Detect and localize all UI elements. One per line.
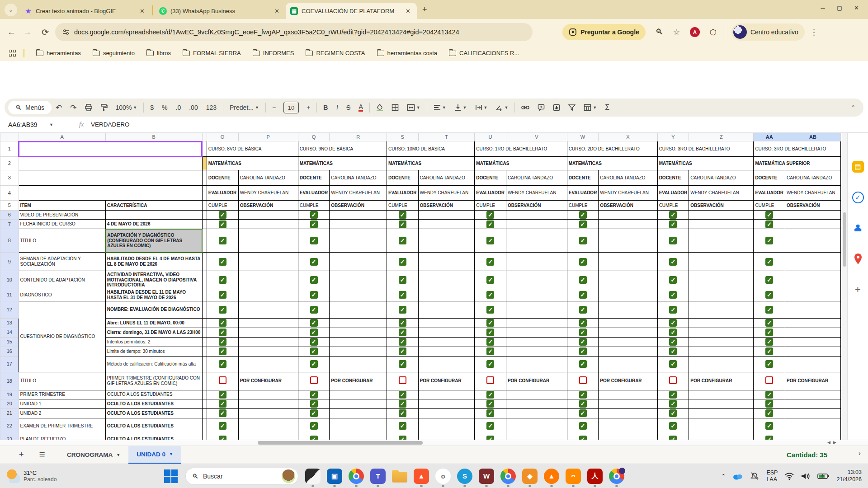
row-number[interactable]: 2 (0, 157, 19, 170)
cell-cumple-checkbox[interactable]: ✓ (657, 211, 689, 220)
cell-cumple-checkbox[interactable]: ✓ (657, 399, 689, 408)
horizontal-align-button[interactable]: ▼ (429, 104, 450, 111)
cell-cumple-checkbox[interactable]: ✓ (298, 229, 330, 253)
browser-tab-bloggif[interactable]: ★ Crear texto animado - BlogGIF ✕ (20, 3, 151, 19)
cell-observacion[interactable] (506, 399, 567, 408)
checkbox-checked-icon[interactable]: ✓ (669, 328, 677, 336)
cell-cumple-checkbox[interactable]: ✓ (567, 289, 599, 301)
checkbox-checked-icon[interactable]: ✓ (765, 328, 773, 336)
materia-header[interactable]: MATEMÁTICAS (475, 157, 567, 170)
cell-observacion[interactable] (330, 289, 387, 301)
checkbox-checked-icon[interactable]: ✓ (219, 400, 226, 408)
bookmark-folder[interactable]: REGIMEN COSTA (301, 50, 369, 56)
cell-cumple-checkbox[interactable]: ✓ (298, 301, 330, 318)
volume-icon[interactable] (801, 473, 810, 480)
cell-caracteristica-B6[interactable] (105, 211, 202, 220)
cell-observacion[interactable] (689, 318, 754, 328)
checkbox-checked-icon[interactable]: ✓ (219, 328, 226, 336)
cell-cumple-checkbox[interactable]: ✓ (567, 220, 599, 229)
cell-observacion[interactable]: POR CONFIGURAR (238, 372, 298, 390)
checkbox-checked-icon[interactable]: ✓ (310, 211, 318, 219)
row-number[interactable]: 22 (0, 418, 19, 434)
cell-observacion[interactable] (785, 289, 840, 301)
cell-observacion[interactable] (506, 271, 567, 289)
checkbox-checked-icon[interactable]: ✓ (486, 409, 494, 417)
secure-browser-icon[interactable]: ᴖ (566, 469, 581, 484)
sheet-tab-cronograma[interactable]: CRONOGRAMA▼ (59, 446, 128, 464)
cell-cumple-checkbox[interactable]: ✓ (387, 356, 418, 372)
extensions-puzzle-icon[interactable]: ⬡ (710, 28, 717, 37)
cell-cumple-checkbox[interactable]: ✓ (387, 253, 418, 271)
checkbox-checked-icon[interactable]: ✓ (765, 436, 773, 440)
cell-cumple-checkbox[interactable]: ✓ (207, 289, 238, 301)
column-header-Y[interactable]: Y (657, 133, 689, 141)
checkbox-checked-icon[interactable]: ✓ (486, 319, 494, 327)
bookmark-folder[interactable]: CALIFICACIONES R... (444, 50, 524, 56)
cell-cumple-checkbox[interactable]: ✓ (387, 390, 418, 399)
curso-header[interactable]: CURSO: 8VO DE BÁSICA (207, 141, 298, 157)
cell-observacion[interactable] (689, 356, 754, 372)
chrome-profile-icon[interactable] (609, 469, 624, 484)
cell-observacion[interactable] (689, 418, 754, 434)
cell-caracteristica-B12[interactable]: NOMBRE: EVALUACIÓN DE DIAGNÓSTICO (105, 301, 202, 318)
cell-observacion[interactable] (785, 408, 840, 418)
checkbox-checked-icon[interactable]: ✓ (765, 237, 773, 244)
cell-cumple-checkbox[interactable]: ✓ (657, 220, 689, 229)
column-header-O[interactable]: O (207, 133, 238, 141)
cell-observacion[interactable] (506, 418, 567, 434)
checkbox-checked-icon[interactable]: ✓ (399, 306, 406, 314)
cell-observacion[interactable] (418, 337, 475, 347)
row-number[interactable]: 6 (0, 211, 19, 220)
cell-cumple-checkbox[interactable]: ✓ (475, 337, 506, 347)
row-number[interactable]: 9 (0, 253, 19, 271)
opera-app-icon[interactable]: o (435, 469, 451, 484)
cell-cumple-checkbox[interactable]: ✓ (567, 390, 599, 399)
cell-observacion[interactable] (506, 229, 567, 253)
curso-header[interactable]: CURSO: 10MO DE BÁSICA (387, 141, 474, 157)
cell-observacion[interactable] (689, 301, 754, 318)
cell-observacion[interactable] (238, 356, 298, 372)
cell-observacion[interactable] (599, 434, 657, 440)
checkbox-checked-icon[interactable]: ✓ (486, 400, 494, 408)
cell-cumple-checkbox[interactable]: ✓ (298, 211, 330, 220)
checkbox-unchecked-icon[interactable] (310, 376, 318, 384)
checkbox-checked-icon[interactable]: ✓ (399, 360, 406, 368)
cell-observacion[interactable] (330, 356, 387, 372)
checkbox-checked-icon[interactable]: ✓ (765, 291, 773, 299)
checkbox-checked-icon[interactable]: ✓ (486, 237, 494, 244)
cell-caracteristica-B20[interactable]: OCULTO A LOS ESTUDIANTES (105, 399, 202, 408)
cell-observacion[interactable] (238, 318, 298, 328)
materia-header[interactable]: MATEMÁTICAS (298, 157, 387, 170)
cell-observacion[interactable] (689, 211, 754, 220)
cell-cumple-checkbox[interactable]: ✓ (754, 347, 785, 356)
column-header-AB[interactable]: AB (785, 133, 840, 141)
evaluador-label[interactable]: EVALUADOR (567, 186, 599, 201)
tray-chevron-icon[interactable]: ⌃ (721, 473, 726, 479)
checkbox-unchecked-icon[interactable] (219, 376, 226, 384)
cell-observacion[interactable] (418, 229, 475, 253)
cell-observacion[interactable] (330, 253, 387, 271)
cell-observacion[interactable] (785, 347, 840, 356)
checkbox-checked-icon[interactable]: ✓ (579, 306, 587, 314)
zoom-select[interactable]: 100% ▼ (112, 104, 142, 111)
cell-observacion[interactable] (330, 337, 387, 347)
cell-cumple-checkbox[interactable]: ✓ (475, 418, 506, 434)
text-color-button[interactable]: A (354, 103, 367, 112)
cell-cumple-checkbox[interactable]: ✓ (567, 301, 599, 318)
tasks-icon[interactable]: ✓ (852, 192, 864, 203)
file-explorer-icon[interactable] (392, 469, 407, 484)
cell-observacion[interactable] (785, 211, 840, 220)
cell-cumple-checkbox[interactable]: ✓ (207, 211, 238, 220)
cell-caracteristica-B9[interactable]: HABILITADO DESDE EL 4 DE MAYO HASTA EL 8… (105, 253, 202, 271)
cell-observacion[interactable] (599, 229, 657, 253)
cell-cumple-checkbox[interactable]: ✓ (754, 301, 785, 318)
ask-google-button[interactable]: Preguntar a Google (562, 24, 646, 40)
cell-observacion[interactable] (238, 390, 298, 399)
text-rotation-button[interactable]: ▼ (491, 104, 512, 111)
cell-observacion[interactable] (599, 337, 657, 347)
observacion-header[interactable]: OBSERVACIÓN (418, 201, 475, 211)
cell-observacion[interactable] (599, 399, 657, 408)
taskbar-search[interactable]: 🔍︎ Buscar (185, 468, 298, 485)
insert-chart-button[interactable] (549, 104, 564, 111)
cell-cumple-checkbox[interactable]: ✓ (567, 347, 599, 356)
